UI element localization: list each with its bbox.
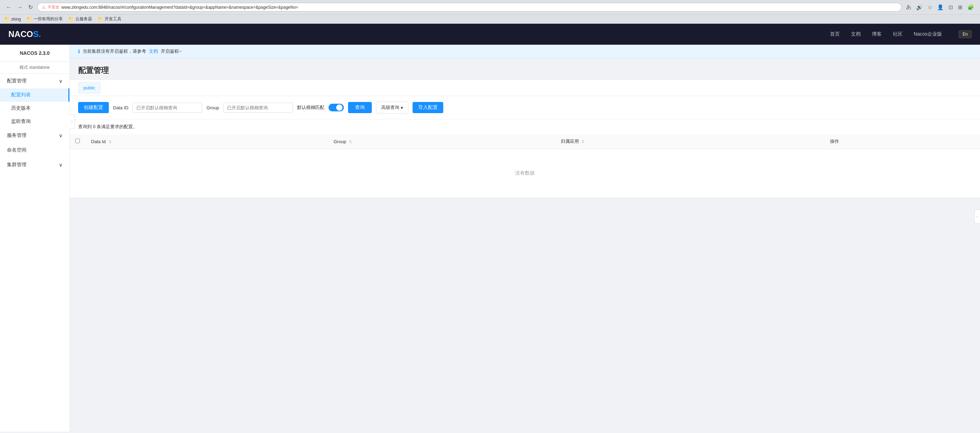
fuzzy-match-label: 默认模糊匹配 [297, 104, 325, 111]
sort-icon-dataid[interactable]: ⇅ [108, 140, 111, 144]
reload-button[interactable]: ↻ [27, 3, 35, 11]
favorite-button[interactable]: ☆ [926, 3, 934, 11]
forward-button[interactable]: → [15, 3, 24, 11]
select-all-checkbox[interactable] [75, 139, 80, 143]
nacos-logo: NACOS. [8, 29, 41, 39]
sidebar-item-cluster-management[interactable]: 集群管理 ∨ [0, 158, 69, 172]
config-toolbar: 创建配置 Data ID Group 默认模糊匹配 查询 高级查询 ▾ 导入配置 [70, 96, 980, 119]
folder-icon: 📁 [98, 16, 103, 22]
browser-nav-buttons: ← → ↻ [4, 3, 35, 11]
sidebar-version: NACOS 2.3.0 [0, 45, 69, 62]
no-data-cell: 没有数据 [70, 149, 980, 198]
create-config-button[interactable]: 创建配置 [78, 102, 109, 113]
browser-chrome: ← → ↻ ⚠ 不安全 www.zkingedu.com:8848/nacos/… [0, 0, 980, 15]
sidebar-item-service-management[interactable]: 服务管理 ∨ [0, 128, 69, 143]
right-expand-button[interactable]: › [974, 209, 980, 224]
alert-banner: ℹ 当前集群没有开启鉴权，请参考 文档 开启鉴权~ [70, 45, 980, 58]
sidebar-item-label: 配置管理 [7, 78, 27, 84]
nav-enterprise[interactable]: Nacos企业版 [914, 31, 942, 37]
table-header-app[interactable]: 归属应用 ⇅ [555, 134, 825, 149]
col-group-label: Group [333, 139, 346, 144]
import-config-button[interactable]: 导入配置 [412, 102, 443, 113]
folder-icon: 📁 [68, 16, 74, 22]
profile-button[interactable]: 👤 [935, 3, 945, 11]
group-input[interactable] [223, 103, 293, 113]
fuzzy-match-toggle[interactable] [329, 104, 344, 112]
bookmark-devtools[interactable]: 📁 开发工具 [98, 16, 121, 22]
page-header: 配置管理 [70, 58, 980, 80]
nav-docs[interactable]: 文档 [851, 31, 861, 37]
split-screen-button[interactable]: ⊡ [947, 3, 955, 11]
bookmark-label: 开发工具 [105, 16, 121, 22]
top-navigation: NACOS. 首页 文档 博客 社区 Nacos企业版 En [0, 24, 980, 45]
url-text: www.zkingedu.com:8848/nacos/#/configurat… [61, 5, 897, 10]
language-toggle-button[interactable]: En [959, 30, 972, 38]
sidebar-item-label: 服务管理 [7, 133, 27, 139]
sidebar-item-listener[interactable]: 监听查询 [0, 115, 69, 128]
collections-button[interactable]: ⊞ [956, 3, 964, 11]
chevron-right-icon: ∨ [59, 133, 62, 138]
config-table-wrapper: Data Id ⇅ Group ⇅ 归属应用 ⇅ [70, 134, 980, 198]
table-header-checkbox [70, 134, 86, 149]
nav-community[interactable]: 社区 [893, 31, 902, 37]
advanced-search-label: 高级查询 [381, 104, 399, 111]
address-bar[interactable]: ⚠ 不安全 www.zkingedu.com:8848/nacos/#/conf… [37, 3, 902, 11]
namespace-tab-public[interactable]: public [78, 82, 100, 94]
sidebar-collapse-button[interactable]: ‹ [69, 115, 75, 128]
table-header-group[interactable]: Group ⇅ [328, 134, 555, 149]
back-button[interactable]: ← [4, 3, 13, 11]
bookmark-label: 云服务器 [75, 16, 92, 22]
info-icon: ℹ [78, 48, 80, 54]
logo-dot: S. [33, 29, 41, 39]
table-header-action: 操作 [824, 134, 980, 149]
translate-button[interactable]: あ [904, 3, 913, 11]
sort-icon-group[interactable]: ⇅ [349, 140, 352, 144]
sidebar-item-label: 命名空间 [7, 147, 27, 153]
results-text: 查询到 0 条满足要求的配置。 [78, 124, 137, 129]
top-nav-links: 首页 文档 博客 社区 Nacos企业版 En [830, 30, 972, 38]
bookmarks-bar: 📁 zking 📁 一些有用的分享 📁 云服务器 📁 开发工具 [0, 15, 980, 24]
nav-home[interactable]: 首页 [830, 31, 840, 37]
bookmark-shares[interactable]: 📁 一些有用的分享 [27, 16, 63, 22]
bookmark-label: zking [11, 17, 21, 22]
sidebar-sub-item-label: 历史版本 [11, 105, 31, 111]
extensions-button[interactable]: 🧩 [966, 3, 976, 11]
dataid-input[interactable] [132, 103, 202, 113]
sidebar: NACOS 2.3.0 模式 standalone 配置管理 ∨ 配置列表 历史… [0, 45, 70, 431]
dataid-label: Data ID [113, 105, 128, 110]
table-header-dataid[interactable]: Data Id ⇅ [86, 134, 328, 149]
col-action-label: 操作 [830, 139, 839, 144]
insecure-label: 不安全 [48, 5, 59, 10]
alert-link[interactable]: 文档 [149, 48, 158, 54]
nav-blog[interactable]: 博客 [872, 31, 881, 37]
insecure-icon: ⚠ [42, 5, 46, 10]
table-header: Data Id ⇅ Group ⇅ 归属应用 ⇅ [70, 134, 980, 149]
logo-text: NACO [8, 29, 33, 39]
browser-action-buttons: あ 🔊 ☆ 👤 ⊡ ⊞ 🧩 [904, 3, 976, 11]
namespace-tabs: public [70, 80, 980, 96]
chevron-down-icon: ∨ [59, 78, 62, 84]
read-aloud-button[interactable]: 🔊 [915, 3, 924, 11]
table-row-empty: 没有数据 [70, 149, 980, 198]
sidebar-item-config-management[interactable]: 配置管理 ∨ [0, 73, 69, 88]
toggle-slider [329, 104, 344, 112]
chevron-down-icon: ∨ [59, 162, 62, 168]
group-label: Group [207, 105, 219, 110]
alert-text: 当前集群没有开启鉴权，请参考 [83, 48, 146, 54]
advanced-search-button[interactable]: 高级查询 ▾ [376, 102, 408, 113]
search-button[interactable]: 查询 [348, 102, 372, 113]
sidebar-item-config-list[interactable]: 配置列表 [0, 88, 69, 102]
table-header-row: Data Id ⇅ Group ⇅ 归属应用 ⇅ [70, 134, 980, 149]
app-wrapper: NACOS. 首页 文档 博客 社区 Nacos企业版 En NACOS 2.3… [0, 24, 980, 431]
bookmark-zking[interactable]: 📁 zking [4, 16, 21, 22]
sidebar-item-namespace[interactable]: 命名空间 [0, 143, 69, 158]
sidebar-mode: 模式 standalone [0, 62, 69, 73]
page-title: 配置管理 [78, 65, 972, 76]
sidebar-item-history[interactable]: 历史版本 [0, 102, 69, 115]
bookmark-cloud[interactable]: 📁 云服务器 [68, 16, 92, 22]
sidebar-item-label: 集群管理 [7, 162, 27, 168]
config-table: Data Id ⇅ Group ⇅ 归属应用 ⇅ [70, 134, 980, 198]
col-app-label: 归属应用 [561, 139, 579, 144]
bookmark-label: 一些有用的分享 [33, 16, 63, 22]
sort-icon-app[interactable]: ⇅ [581, 139, 584, 144]
